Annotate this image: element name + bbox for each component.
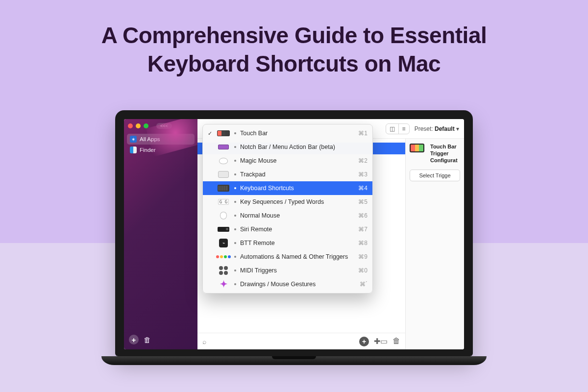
right-detail-panel: Touch Bar Trigger Configurat Select Trig… xyxy=(405,139,464,349)
dropdown-item[interactable]: ✓Keyboard Shortcuts⌘4 xyxy=(203,181,372,195)
view-mode-toggle[interactable]: ◫ ≡ xyxy=(386,123,410,134)
preset-selector[interactable]: Preset: Default ▾ xyxy=(415,125,459,132)
dropdown-item-shortcut: ⌘2 xyxy=(358,157,368,164)
dropdown-item[interactable]: ✓Automations & Named & Other Triggers⌘9 xyxy=(203,250,372,264)
dropdown-item-shortcut: ⌘7 xyxy=(358,226,368,233)
dropdown-item-label: BTT Remote xyxy=(240,240,354,246)
dropdown-item-shortcut: ⌘9 xyxy=(358,253,368,260)
dropdown-item[interactable]: ✓MIDI Triggers⌘0 xyxy=(203,264,372,277)
dropdown-item-label: Trackpad xyxy=(240,171,354,178)
touchbar-icon xyxy=(217,130,230,136)
bullet-icon xyxy=(234,187,236,189)
dropdown-item-shortcut: ⌘8 xyxy=(358,240,368,246)
dropdown-item-label: Siri Remote xyxy=(240,226,354,233)
dropdown-item-shortcut: ⌘´ xyxy=(360,281,368,288)
dropdown-item-label: Magic Mouse xyxy=(240,157,354,164)
dropdown-item-shortcut: ⌘5 xyxy=(358,198,368,205)
bullet-icon xyxy=(234,146,236,148)
page-title: A Comprehensive Guide to Essential Keybo… xyxy=(0,0,588,78)
siri-remote-icon xyxy=(218,227,229,232)
detail-title-line: Trigger xyxy=(430,150,448,156)
title-line-2: Keyboard Shortcuts on Mac xyxy=(147,51,441,76)
bullet-icon xyxy=(234,228,236,230)
minimize-window-button[interactable] xyxy=(136,123,141,128)
bullet-icon xyxy=(234,215,236,217)
finder-icon xyxy=(130,147,137,153)
dropdown-item[interactable]: ✓Touch Bar⌘1 xyxy=(203,126,372,140)
bullet-icon xyxy=(234,201,236,203)
bullet-icon xyxy=(234,270,236,271)
notch-icon xyxy=(218,145,229,149)
dropdown-item[interactable]: ✓⌁BTT Remote⌘8 xyxy=(203,236,372,250)
list-view-icon[interactable]: ≡ xyxy=(398,124,409,134)
sidebar-item-finder[interactable]: Finder xyxy=(127,145,195,155)
close-window-button[interactable] xyxy=(128,123,133,128)
midi-icon xyxy=(219,266,228,275)
dropdown-item-shortcut: ⌘4 xyxy=(358,185,368,192)
sidebar-item-label: All Apps xyxy=(140,136,160,142)
trigger-type-dropdown: ✓Touch Bar⌘1✓Notch Bar / Menu Action Bar… xyxy=(202,124,373,294)
add-trigger-button[interactable]: + xyxy=(359,337,369,346)
window-controls: <<< xyxy=(124,119,197,132)
dropdown-item[interactable]: ✓Magic Mouse⌘2 xyxy=(203,154,372,168)
dropdown-item-shortcut: ⌘0 xyxy=(358,267,368,274)
delete-app-button[interactable]: 🗑 xyxy=(144,336,151,344)
add-folder-button[interactable]: ✚▭ xyxy=(374,337,388,346)
dropdown-item-label: Key Sequences / Typed Words xyxy=(240,198,354,205)
sidebar-item-all-apps[interactable]: ✶ All Apps xyxy=(127,134,195,145)
bullet-icon xyxy=(234,256,236,258)
sidebar-item-label: Finder xyxy=(140,147,156,153)
delete-trigger-button[interactable]: 🗑 xyxy=(392,337,400,346)
dropdown-item-label: Drawings / Mouse Gestures xyxy=(240,281,356,288)
dropdown-item-label: Touch Bar xyxy=(240,130,354,137)
globe-icon: ✶ xyxy=(130,136,137,143)
select-trigger-button[interactable]: Select Trigge xyxy=(410,170,460,181)
add-app-button[interactable]: + xyxy=(129,335,139,344)
main-bottom-toolbar: ⌕ + ✚▭ 🗑 xyxy=(197,333,405,349)
laptop-base xyxy=(101,356,487,365)
keyboard-icon xyxy=(218,185,229,192)
search-icon[interactable]: ⌕ xyxy=(202,338,206,345)
btt-remote-icon: ⌁ xyxy=(219,239,228,247)
automations-icon xyxy=(216,255,231,258)
detail-title-line: Touch Bar xyxy=(430,144,457,149)
key-sequence-icon: G G xyxy=(218,199,229,205)
back-button[interactable]: <<< xyxy=(156,123,172,129)
checkmark-icon: ✓ xyxy=(207,130,213,137)
bullet-icon xyxy=(234,173,236,175)
preset-name: Default xyxy=(435,125,455,132)
sidebar-bottom-toolbar: + 🗑 xyxy=(124,330,197,349)
gesture-icon: ✦ xyxy=(220,279,227,290)
bullet-icon xyxy=(234,242,236,244)
title-line-1: A Comprehensive Guide to Essential xyxy=(101,23,487,48)
laptop-mockup: <<< ✶ All Apps Finder + xyxy=(115,110,473,365)
dropdown-item-shortcut: ⌘1 xyxy=(358,130,368,137)
dropdown-item-shortcut: ⌘6 xyxy=(358,212,368,219)
dropdown-item[interactable]: ✓G GKey Sequences / Typed Words⌘5 xyxy=(203,195,372,209)
bullet-icon xyxy=(234,132,236,134)
magic-mouse-icon xyxy=(219,158,228,164)
bullet-icon xyxy=(234,283,236,285)
detail-title: Touch Bar Trigger Configurat xyxy=(430,144,458,164)
laptop-bezel: <<< ✶ All Apps Finder + xyxy=(115,110,473,356)
dropdown-item-shortcut: ⌘3 xyxy=(358,171,368,178)
dropdown-item-label: Keyboard Shortcuts xyxy=(240,185,354,192)
column-view-icon[interactable]: ◫ xyxy=(386,124,398,134)
fullscreen-window-button[interactable] xyxy=(144,123,148,128)
dropdown-item-label: Normal Mouse xyxy=(240,212,354,219)
dropdown-item-label: Notch Bar / Menu Action Bar (beta) xyxy=(240,144,364,150)
dropdown-item[interactable]: ✓✦Drawings / Mouse Gestures⌘´ xyxy=(203,277,372,291)
bullet-icon xyxy=(234,160,236,162)
trackpad-icon xyxy=(218,171,229,178)
dropdown-item-label: Automations & Named & Other Triggers xyxy=(240,253,354,260)
dropdown-item[interactable]: ✓Notch Bar / Menu Action Bar (beta) xyxy=(203,140,372,154)
laptop-hinge-notch xyxy=(272,356,316,359)
touchbar-icon xyxy=(410,144,424,152)
dropdown-item[interactable]: ✓Trackpad⌘3 xyxy=(203,168,372,181)
detail-title-line: Configurat xyxy=(430,157,458,163)
dropdown-item[interactable]: ✓Siri Remote⌘7 xyxy=(203,222,372,236)
sidebar: <<< ✶ All Apps Finder + xyxy=(124,119,197,349)
app-window: <<< ✶ All Apps Finder + xyxy=(124,119,464,349)
dropdown-item-label: MIDI Triggers xyxy=(240,267,354,274)
dropdown-item[interactable]: ✓Normal Mouse⌘6 xyxy=(203,209,372,222)
